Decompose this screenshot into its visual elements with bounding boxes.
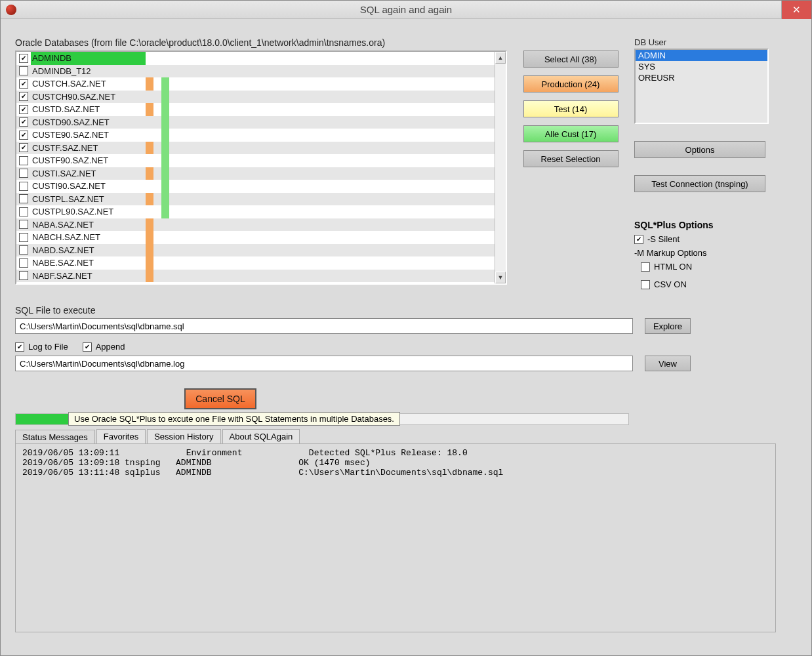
db-checkbox[interactable]	[19, 54, 28, 63]
cancel-sql-button[interactable]: Cancel SQL	[184, 388, 256, 409]
db-row[interactable]: CUSTCH.SAZ.NET	[16, 77, 495, 91]
status-log[interactable]: 2019/06/05 13:09:11 Environment Detected…	[15, 443, 776, 632]
csv-on-checkbox[interactable]	[641, 280, 650, 289]
db-row[interactable]: ADMINDB_T12	[16, 65, 495, 78]
tab-status-messages[interactable]: Status Messages	[15, 430, 95, 444]
db-row[interactable]: CUSTE90.SAZ.NET	[16, 129, 495, 142]
db-category-bars	[146, 91, 169, 104]
database-list[interactable]: ADMINDBADMINDB_T12CUSTCH.SAZ.NETCUSTCH90…	[15, 51, 507, 285]
sql-file-input[interactable]	[15, 318, 633, 334]
db-checkbox[interactable]	[19, 245, 28, 255]
db-checkbox[interactable]	[19, 271, 28, 280]
db-category-bars	[146, 167, 169, 180]
db-name-label: CUSTCH90.SAZ.NET	[31, 91, 146, 104]
db-checkbox[interactable]	[19, 169, 28, 178]
db-name-label: NABF.SAZ.NET	[31, 270, 146, 283]
db-row[interactable]: CUSTPL90.SAZ.NET	[16, 205, 495, 218]
db-row[interactable]: CUSTD90.SAZ.NET	[16, 116, 495, 129]
db-name-label: CUSTD.SAZ.NET	[31, 103, 146, 116]
db-checkbox[interactable]	[19, 194, 28, 203]
scroll-up-icon[interactable]: ▲	[495, 52, 506, 64]
user-row[interactable]: SYS	[636, 61, 767, 72]
db-name-label: CUSTPL90.SAZ.NET	[31, 205, 146, 218]
db-checkbox[interactable]	[19, 79, 28, 89]
db-name-label: NABA.SAZ.NET	[31, 218, 146, 232]
db-category-bars	[146, 129, 169, 142]
html-on-checkbox[interactable]	[641, 262, 650, 272]
db-name-label: CUSTI90.SAZ.NET	[31, 180, 146, 193]
test-button[interactable]: Test (14)	[523, 100, 619, 117]
titlebar: SQL again and again ✕	[1, 1, 811, 19]
view-button[interactable]: View	[645, 356, 691, 371]
db-checkbox[interactable]	[19, 117, 28, 127]
db-row[interactable]: CUSTCH90.SAZ.NET	[16, 91, 495, 104]
db-name-label: NABE.SAZ.NET	[31, 256, 146, 270]
db-row[interactable]: CUSTI.SAZ.NET	[16, 167, 495, 180]
db-name-label: CUSTPL.SAZ.NET	[31, 193, 146, 206]
test-connection-button[interactable]: Test Connection (tnsping)	[634, 175, 765, 192]
db-category-bars	[146, 103, 169, 116]
db-checkbox[interactable]	[19, 131, 28, 140]
log-file-input[interactable]	[15, 356, 633, 371]
db-row[interactable]: NABE.SAZ.NET	[16, 256, 495, 270]
append-checkbox[interactable]	[83, 342, 92, 352]
db-list-label: Oracle Databases (from file C:\oracle\pr…	[15, 37, 507, 48]
db-checkbox[interactable]	[19, 207, 28, 216]
db-row[interactable]: NABA.SAZ.NET	[16, 218, 495, 232]
reset-selection-button[interactable]: Reset Selection	[523, 150, 619, 167]
user-row[interactable]: OREUSR	[636, 72, 767, 83]
log-to-file-label: Log to File	[28, 342, 68, 352]
production-button[interactable]: Production (24)	[523, 75, 619, 92]
db-checkbox[interactable]	[19, 143, 28, 152]
tooltip: Use Oracle SQL*Plus to excute one File w…	[68, 412, 400, 426]
progress-bar: Use Oracle SQL*Plus to excute one File w…	[15, 413, 629, 425]
alle-cust-button[interactable]: Alle Cust (17)	[523, 125, 619, 142]
db-row[interactable]: NABCH.SAZ.NET	[16, 231, 495, 244]
db-row[interactable]: CUSTI90.SAZ.NET	[16, 180, 495, 193]
db-category-bars	[146, 52, 169, 65]
db-checkbox[interactable]	[19, 220, 28, 229]
db-row[interactable]: CUSTPL.SAZ.NET	[16, 193, 495, 206]
tab-about[interactable]: About SQLAgain	[222, 429, 300, 443]
db-row[interactable]: CUSTD.SAZ.NET	[16, 103, 495, 116]
select-all-button[interactable]: Select All (38)	[523, 51, 619, 68]
db-checkbox[interactable]	[19, 233, 28, 242]
tab-bar: Status Messages Favorites Session Histor…	[15, 429, 797, 443]
html-on-label: HTML ON	[654, 262, 692, 272]
db-row[interactable]: CUSTF.SAZ.NET	[16, 142, 495, 155]
user-row[interactable]: ADMIN	[636, 50, 767, 61]
db-category-bars	[146, 154, 169, 167]
tab-favorites[interactable]: Favorites	[96, 429, 146, 443]
db-checkbox[interactable]	[19, 66, 28, 75]
options-button[interactable]: Options	[634, 141, 765, 158]
db-row[interactable]: NABD.SAZ.NET	[16, 244, 495, 257]
scrollbar-vertical[interactable]: ▲ ▼	[495, 52, 506, 283]
db-checkbox[interactable]	[19, 182, 28, 191]
db-category-bars	[146, 231, 169, 244]
db-name-label: NABCH.SAZ.NET	[31, 231, 146, 244]
explore-button[interactable]: Explore	[645, 318, 691, 334]
db-user-list[interactable]: ADMINSYSOREUSR	[634, 49, 769, 124]
db-category-bars	[146, 244, 169, 257]
db-checkbox[interactable]	[19, 156, 28, 165]
progress-fill	[16, 414, 69, 424]
silent-checkbox[interactable]	[634, 235, 643, 244]
db-name-label: CUSTD90.SAZ.NET	[31, 116, 146, 129]
log-to-file-checkbox[interactable]	[15, 342, 24, 352]
db-name-label: CUSTCH.SAZ.NET	[31, 77, 146, 91]
db-category-bars	[146, 142, 169, 155]
silent-label: -S Silent	[647, 234, 680, 244]
db-row[interactable]: ADMINDB	[16, 52, 495, 65]
db-category-bars	[146, 180, 169, 193]
scroll-down-icon[interactable]: ▼	[495, 272, 506, 283]
db-name-label: CUSTF.SAZ.NET	[31, 142, 146, 155]
db-checkbox[interactable]	[19, 258, 28, 268]
db-row[interactable]: NABF.SAZ.NET	[16, 270, 495, 283]
tab-session-history[interactable]: Session History	[147, 429, 220, 443]
sqlplus-options-header: SQL*Plus Options	[634, 220, 797, 230]
db-name-label: CUSTF90.SAZ.NET	[31, 154, 146, 167]
db-row[interactable]: CUSTF90.SAZ.NET	[16, 154, 495, 167]
db-checkbox[interactable]	[19, 105, 28, 114]
db-checkbox[interactable]	[19, 92, 28, 101]
db-category-bars	[146, 218, 169, 232]
